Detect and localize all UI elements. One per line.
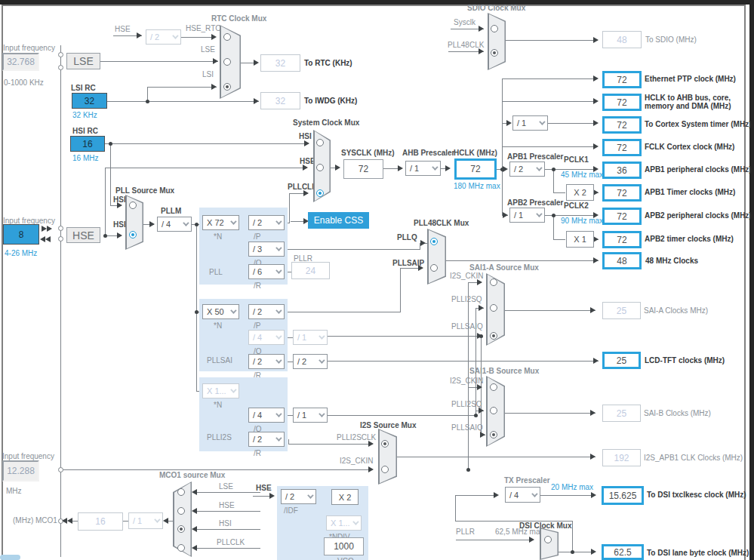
- lsi-freq-label: 32 KHz: [72, 111, 97, 119]
- apb1-periph-value-box[interactable]: 36: [602, 162, 642, 179]
- dsi-max-label: 62,5 MHz max: [495, 528, 543, 536]
- tx-max-label: 20 MHz max: [551, 483, 593, 491]
- mco1-hse-radio[interactable]: [177, 507, 185, 515]
- saib-i2sckin-radio[interactable]: [490, 383, 497, 391]
- pllsai-r-dropdown[interactable]: / 2: [248, 354, 285, 369]
- arrowhead: [479, 26, 484, 32]
- sys-mux-hsi-radio[interactable]: [316, 139, 324, 146]
- plli2s-q2-dropdown[interactable]: / 1: [293, 408, 328, 423]
- pllsai-r2-dropdown[interactable]: / 2: [293, 354, 328, 369]
- pllq-label: PLLQ: [397, 233, 417, 242]
- hse-input-frequency-field[interactable]: 8: [3, 224, 39, 245]
- wire: [505, 413, 596, 414]
- cortex-timer-value-box[interactable]: 72: [602, 116, 642, 134]
- saia-pllsaiq-radio[interactable]: [490, 332, 497, 340]
- rtc-mux-lsi-radio[interactable]: [223, 83, 231, 91]
- pllsai-p-dropdown[interactable]: / 2: [248, 304, 285, 319]
- 48mhz-value-box[interactable]: 48: [602, 252, 642, 269]
- dsi-lane-byte-value-box[interactable]: 62.5: [602, 544, 644, 560]
- junction-dot: [103, 234, 107, 238]
- dsi-ndiv-dropdown[interactable]: X 1...: [326, 515, 362, 531]
- plli2s-r-dropdown[interactable]: / 2: [248, 432, 285, 447]
- ahb-prescaler-dropdown[interactable]: / 1: [405, 161, 441, 176]
- pllsai-q2-dropdown[interactable]: / 1: [293, 330, 328, 345]
- enable-css-button[interactable]: Enable CSS: [308, 212, 369, 229]
- cortex-divider-dropdown[interactable]: / 1: [512, 115, 548, 131]
- i2s-ckin-radio[interactable]: [381, 466, 389, 473]
- wire: [60, 45, 61, 557]
- pll-q-dropdown[interactable]: / 3: [248, 242, 285, 257]
- pllsai-q-dropdown[interactable]: / 4: [248, 330, 285, 345]
- 48mhz-label: 48 MHz Clocks: [645, 257, 698, 265]
- plli2s-n-dropdown[interactable]: X 1...: [202, 383, 239, 398]
- sys-mux-hse-radio[interactable]: [316, 164, 324, 171]
- saia-plli2sq-radio[interactable]: [490, 304, 497, 312]
- saib-plli2sq-radio[interactable]: [490, 407, 497, 414]
- hclk-value-box[interactable]: 72: [454, 158, 497, 180]
- arrowhead: [420, 240, 426, 246]
- arrowhead: [593, 236, 599, 242]
- pll-p-dropdown[interactable]: / 2: [248, 215, 285, 230]
- pllsai-n-dropdown[interactable]: X 50: [202, 304, 239, 319]
- wire: [553, 215, 554, 239]
- junction-dot: [552, 168, 555, 171]
- apb2-timer-value-box[interactable]: 72: [602, 231, 642, 248]
- sys-mux-pllclk-radio[interactable]: [316, 189, 324, 197]
- mco1-hsi-radio[interactable]: [177, 525, 185, 533]
- saib-mux-title: SAI1-B Source Mux: [469, 367, 539, 375]
- pllm-dropdown[interactable]: / 4: [157, 217, 192, 232]
- pll-r-dropdown[interactable]: / 6: [248, 264, 285, 279]
- arrowhead: [480, 432, 485, 438]
- to-rtc-label: To RTC (KHz): [304, 59, 352, 67]
- dsi-txclkesc-label: To DSI txclkesc clock (MHz): [647, 491, 746, 499]
- saia-pllsaiq-label: PLLSAIQ: [451, 322, 483, 331]
- plli2s-r-label: /R: [254, 449, 261, 457]
- hse-oscillator-box: HSE: [66, 227, 100, 243]
- dsi-txclkesc-value-box[interactable]: 15.625: [602, 486, 644, 505]
- dsi-idf-dropdown[interactable]: / 2: [281, 489, 316, 504]
- mco1-lse-radio[interactable]: [177, 488, 185, 496]
- lcd-tft-value-box[interactable]: 25: [602, 352, 641, 369]
- rtc-mux-lse-radio[interactable]: [223, 58, 231, 66]
- apb1-prescaler-dropdown[interactable]: / 2: [509, 162, 545, 177]
- arrowhead: [593, 166, 599, 172]
- apb1-timer-value-box[interactable]: 72: [602, 184, 642, 202]
- tx-prescaler-dropdown[interactable]: / 4: [505, 487, 540, 503]
- pllsai-p-label: /P: [254, 322, 260, 330]
- saib-pllsaiq-radio[interactable]: [490, 431, 497, 438]
- ethernet-ptp-value-box[interactable]: 72: [602, 71, 642, 88]
- pll-p-label: /P: [254, 232, 260, 241]
- wire: [540, 495, 593, 496]
- pll48-pllsaip-radio[interactable]: [430, 264, 438, 272]
- saia-i2sckin-radio[interactable]: [490, 278, 497, 286]
- pllsrc-hsi-radio[interactable]: [129, 202, 137, 209]
- pll-n-dropdown[interactable]: X 72: [202, 215, 239, 230]
- saib-out-label: SAI-B Clocks (MHz): [644, 409, 711, 417]
- sdio-mux-pll48clk-radio[interactable]: [491, 49, 498, 57]
- plli2s-q-dropdown[interactable]: / 4: [248, 408, 285, 423]
- mco1-pllclk-radio[interactable]: [177, 544, 185, 552]
- apb2-prescaler-dropdown[interactable]: / 1: [509, 208, 545, 223]
- rtc-lsi-label: LSI: [202, 70, 214, 78]
- dsi-x2-box: X 2: [331, 489, 359, 505]
- dsi-pllr-radio[interactable]: [544, 536, 552, 543]
- arrowhead: [368, 441, 374, 447]
- hclk-ahb-value-box[interactable]: 72: [602, 94, 642, 111]
- apb2-periph-value-box[interactable]: 72: [602, 208, 642, 225]
- sys-hsi-label: HSI: [299, 132, 312, 140]
- arrowhead: [590, 307, 596, 313]
- rtc-hse-divider-dropdown[interactable]: / 2: [146, 29, 181, 45]
- apb2-periph-label: APB2 peripheral clocks (MHz): [645, 211, 752, 220]
- rtc-mux-hse-radio[interactable]: [223, 33, 231, 41]
- wire: [400, 268, 401, 312]
- to-sdio-label: To SDIO (MHz): [645, 35, 697, 44]
- horizontal-scrollbar-nub[interactable]: [0, 555, 20, 560]
- arrowhead: [149, 221, 155, 227]
- pllsrc-hse-radio[interactable]: [129, 231, 137, 238]
- sdio-mux-sysclk-radio[interactable]: [491, 25, 498, 32]
- fclk-value-box[interactable]: 72: [602, 139, 642, 156]
- pll48-pllq-radio[interactable]: [430, 238, 438, 245]
- i2s-plli2sclk-radio[interactable]: [381, 440, 389, 448]
- mco1-divider-dropdown[interactable]: / 1: [128, 512, 163, 529]
- wire: [195, 529, 260, 530]
